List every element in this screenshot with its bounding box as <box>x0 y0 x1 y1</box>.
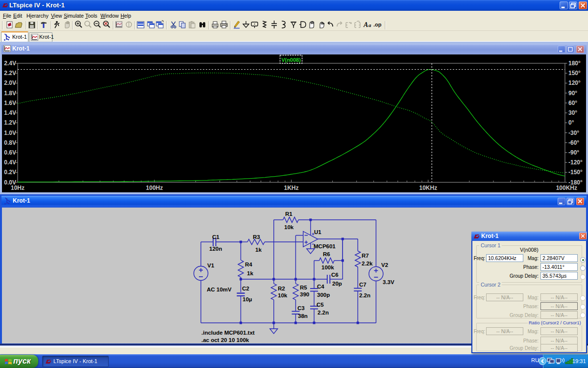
svg-text:30°: 30° <box>568 109 577 116</box>
svg-text:2.0V: 2.0V <box>4 79 16 86</box>
svg-text:300p: 300p <box>317 292 330 298</box>
svg-text:1.2V: 1.2V <box>4 119 16 126</box>
svg-text:1k: 1k <box>247 270 253 276</box>
svg-text:-150°: -150° <box>568 169 583 176</box>
svg-text:0.6V: 0.6V <box>4 149 16 156</box>
svg-text:MCP601: MCP601 <box>314 243 336 249</box>
svg-text:1KHz: 1KHz <box>284 184 298 191</box>
svg-text:-30°: -30° <box>568 130 579 136</box>
svg-text:2.2k: 2.2k <box>362 261 373 266</box>
svg-text:20p: 20p <box>332 281 342 287</box>
svg-text:100Hz: 100Hz <box>146 184 163 191</box>
svg-text:2.2n: 2.2n <box>359 292 370 298</box>
svg-text:R1: R1 <box>285 211 293 217</box>
svg-text:3.3V: 3.3V <box>383 279 394 285</box>
svg-text:V2: V2 <box>381 262 388 268</box>
svg-text:R7: R7 <box>362 253 369 259</box>
svg-text:V1: V1 <box>207 263 215 268</box>
svg-text:0.8V: 0.8V <box>4 139 16 146</box>
svg-text:90°: 90° <box>568 90 577 97</box>
svg-text:U1: U1 <box>314 229 321 235</box>
svg-text:1k: 1k <box>255 247 262 253</box>
svg-text:2.4V: 2.4V <box>4 60 16 67</box>
svg-text:120n: 120n <box>209 246 222 252</box>
svg-text:-60°: -60° <box>568 139 579 146</box>
svg-text:-90°: -90° <box>568 149 579 156</box>
svg-text:-120°: -120° <box>568 159 583 166</box>
svg-text:150°: 150° <box>568 70 581 77</box>
svg-text:R4: R4 <box>245 262 252 267</box>
svg-text:10Hz: 10Hz <box>11 184 24 191</box>
svg-text:10KHz: 10KHz <box>419 184 437 191</box>
svg-text:60°: 60° <box>568 100 577 106</box>
svg-text:2.2V: 2.2V <box>4 70 16 77</box>
svg-text:R6: R6 <box>323 251 330 257</box>
svg-text:R3: R3 <box>253 234 260 240</box>
svg-text:1.8V: 1.8V <box>4 90 16 97</box>
svg-text:1.6V: 1.6V <box>4 100 16 106</box>
svg-text:C7: C7 <box>359 282 367 288</box>
svg-text:0°: 0° <box>568 119 574 126</box>
svg-text:a: a <box>368 22 371 28</box>
svg-text:.ac oct 20 10 100k: .ac oct 20 10 100k <box>201 337 249 343</box>
svg-text:10µ: 10µ <box>243 296 252 302</box>
svg-text:1.0V: 1.0V <box>4 130 16 136</box>
svg-text:100KHz: 100KHz <box>556 184 577 191</box>
svg-text:C4: C4 <box>317 284 324 289</box>
svg-text:38n: 38n <box>298 313 308 319</box>
svg-text:C5: C5 <box>317 302 324 308</box>
svg-text:C1: C1 <box>212 234 220 240</box>
svg-text:C3: C3 <box>297 305 305 311</box>
svg-text:R5: R5 <box>300 285 307 290</box>
svg-text:10k: 10k <box>278 292 288 298</box>
svg-text:A: A <box>363 21 368 28</box>
svg-text:C6: C6 <box>331 272 339 278</box>
svg-text:C2: C2 <box>242 286 249 291</box>
svg-text:10k: 10k <box>284 224 294 230</box>
svg-text:0.2V: 0.2V <box>4 169 16 176</box>
svg-text:V(n008): V(n008) <box>281 57 301 63</box>
svg-text:1.4V: 1.4V <box>4 109 16 116</box>
svg-text:390: 390 <box>300 291 309 297</box>
svg-text:.include MCP601.txt: .include MCP601.txt <box>201 330 255 336</box>
svg-text:100k: 100k <box>321 264 334 270</box>
svg-text:180°: 180° <box>568 60 581 67</box>
svg-text:.op: .op <box>373 22 382 27</box>
svg-text:0.4V: 0.4V <box>4 159 16 166</box>
svg-text:2.2n: 2.2n <box>318 310 329 315</box>
svg-text:AC 10mV: AC 10mV <box>207 287 232 292</box>
svg-text:R2: R2 <box>278 286 285 291</box>
svg-text:120°: 120° <box>568 79 581 86</box>
